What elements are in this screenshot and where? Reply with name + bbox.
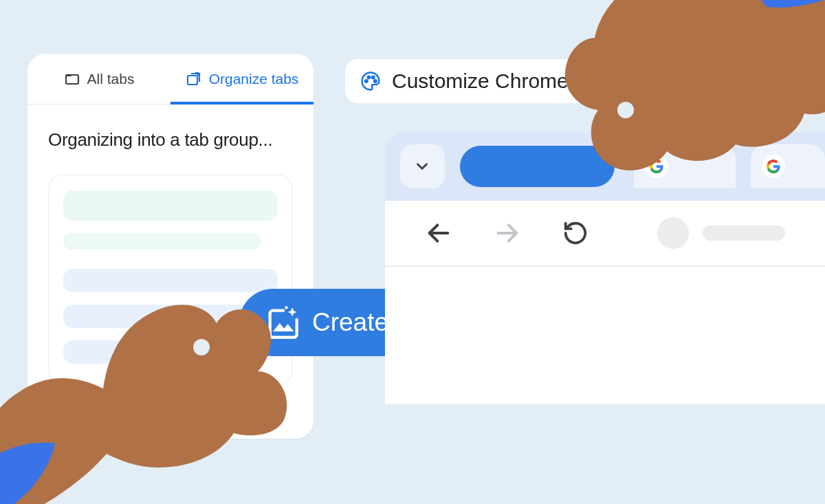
tab-organize-tabs[interactable]: Organize tabs bbox=[170, 54, 314, 104]
browser-toolbar bbox=[385, 201, 825, 267]
svg-point-9 bbox=[617, 102, 634, 118]
tab-all-tabs[interactable]: All tabs bbox=[28, 54, 170, 104]
svg-point-6 bbox=[372, 76, 375, 79]
svg-rect-1 bbox=[66, 74, 72, 76]
svg-point-8 bbox=[193, 339, 210, 355]
all-tabs-icon bbox=[64, 71, 80, 87]
create-button-label: Create bbox=[312, 308, 388, 337]
svg-rect-2 bbox=[188, 76, 197, 85]
svg-point-5 bbox=[368, 76, 371, 79]
chevron-down-icon bbox=[413, 157, 431, 175]
hand-illustration bbox=[522, 0, 825, 199]
svg-point-7 bbox=[374, 80, 377, 83]
back-button[interactable] bbox=[425, 219, 452, 247]
panel-heading: Organizing into a tab group... bbox=[48, 129, 293, 151]
skeleton-line bbox=[63, 190, 278, 221]
omnibox[interactable] bbox=[657, 217, 785, 249]
tab-organize-label: Organize tabs bbox=[209, 71, 299, 87]
url-placeholder bbox=[703, 226, 785, 241]
palette-icon bbox=[360, 71, 381, 91]
svg-point-4 bbox=[365, 80, 368, 83]
hand-illustration bbox=[0, 234, 309, 504]
tab-list-dropdown-button[interactable] bbox=[400, 144, 445, 188]
site-icon-placeholder bbox=[657, 217, 689, 249]
browser-content bbox=[385, 267, 825, 404]
reload-button[interactable] bbox=[562, 220, 588, 246]
tab-header: All tabs Organize tabs bbox=[28, 54, 314, 105]
forward-button[interactable] bbox=[494, 219, 521, 247]
organize-icon bbox=[186, 71, 202, 87]
tab-all-tabs-label: All tabs bbox=[87, 71, 135, 87]
